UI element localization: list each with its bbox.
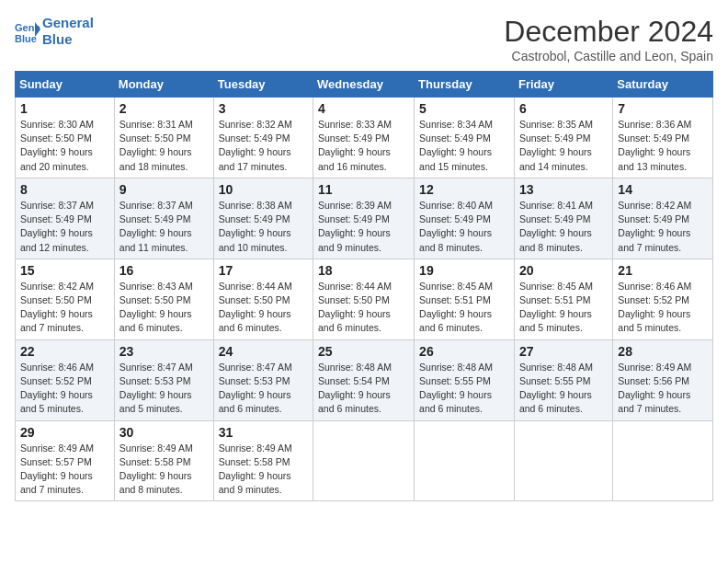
calendar-cell <box>313 420 415 501</box>
day-info: Sunrise: 8:46 AMSunset: 5:52 PMDaylight:… <box>618 280 708 336</box>
day-info: Sunrise: 8:47 AMSunset: 5:53 PMDaylight:… <box>119 361 209 417</box>
day-info: Sunrise: 8:36 AMSunset: 5:49 PMDaylight:… <box>618 118 708 174</box>
calendar-cell: 17 Sunrise: 8:44 AMSunset: 5:50 PMDaylig… <box>213 259 313 339</box>
calendar-cell: 13 Sunrise: 8:41 AMSunset: 5:49 PMDaylig… <box>514 178 612 259</box>
day-info: Sunrise: 8:37 AMSunset: 5:49 PMDaylight:… <box>119 199 209 255</box>
calendar-cell <box>514 420 612 501</box>
logo-icon: General Blue <box>15 18 40 44</box>
svg-text:Blue: Blue <box>15 33 37 44</box>
day-info: Sunrise: 8:40 AMSunset: 5:49 PMDaylight:… <box>419 199 509 255</box>
calendar-cell: 8 Sunrise: 8:37 AMSunset: 5:49 PMDayligh… <box>16 178 115 259</box>
title-area: December 2024 Castrobol, Castille and Le… <box>504 15 713 63</box>
day-number: 11 <box>318 182 409 197</box>
calendar-cell: 26 Sunrise: 8:48 AMSunset: 5:55 PMDaylig… <box>415 339 515 420</box>
day-number: 25 <box>318 344 409 359</box>
day-info: Sunrise: 8:35 AMSunset: 5:49 PMDaylight:… <box>519 118 608 174</box>
weekday-header-monday: Monday <box>114 72 213 98</box>
day-number: 19 <box>419 263 509 278</box>
day-info: Sunrise: 8:48 AMSunset: 5:55 PMDaylight:… <box>519 361 608 417</box>
calendar-cell: 5 Sunrise: 8:34 AMSunset: 5:49 PMDayligh… <box>415 98 515 178</box>
calendar-cell: 20 Sunrise: 8:45 AMSunset: 5:51 PMDaylig… <box>514 259 612 339</box>
calendar-cell: 4 Sunrise: 8:33 AMSunset: 5:49 PMDayligh… <box>313 98 415 178</box>
calendar-cell: 22 Sunrise: 8:46 AMSunset: 5:52 PMDaylig… <box>16 339 115 420</box>
day-info: Sunrise: 8:44 AMSunset: 5:50 PMDaylight:… <box>219 280 308 336</box>
day-number: 10 <box>219 182 308 197</box>
day-number: 7 <box>618 101 708 116</box>
day-info: Sunrise: 8:32 AMSunset: 5:49 PMDaylight:… <box>219 118 308 174</box>
day-info: Sunrise: 8:45 AMSunset: 5:51 PMDaylight:… <box>519 280 608 336</box>
day-number: 21 <box>618 263 708 278</box>
day-number: 6 <box>519 101 608 116</box>
calendar-cell: 6 Sunrise: 8:35 AMSunset: 5:49 PMDayligh… <box>514 98 612 178</box>
day-number: 13 <box>519 182 608 197</box>
day-info: Sunrise: 8:45 AMSunset: 5:51 PMDaylight:… <box>419 280 509 336</box>
calendar-cell: 14 Sunrise: 8:42 AMSunset: 5:49 PMDaylig… <box>613 178 713 259</box>
day-number: 5 <box>419 101 509 116</box>
month-title: December 2024 <box>504 15 713 49</box>
day-number: 2 <box>119 101 209 116</box>
calendar-cell: 12 Sunrise: 8:40 AMSunset: 5:49 PMDaylig… <box>415 178 515 259</box>
calendar-cell: 25 Sunrise: 8:48 AMSunset: 5:54 PMDaylig… <box>313 339 415 420</box>
day-info: Sunrise: 8:39 AMSunset: 5:49 PMDaylight:… <box>318 199 409 255</box>
location-subtitle: Castrobol, Castille and Leon, Spain <box>504 49 713 63</box>
day-info: Sunrise: 8:49 AMSunset: 5:58 PMDaylight:… <box>219 442 308 498</box>
calendar-cell: 1 Sunrise: 8:30 AMSunset: 5:50 PMDayligh… <box>16 98 115 178</box>
day-number: 31 <box>219 425 308 440</box>
weekday-header-sunday: Sunday <box>16 72 115 98</box>
logo: General Blue General Blue <box>15 15 94 48</box>
calendar-table: SundayMondayTuesdayWednesdayThursdayFrid… <box>15 71 713 501</box>
weekday-header-friday: Friday <box>514 72 612 98</box>
calendar-cell: 2 Sunrise: 8:31 AMSunset: 5:50 PMDayligh… <box>114 98 213 178</box>
calendar-cell: 18 Sunrise: 8:44 AMSunset: 5:50 PMDaylig… <box>313 259 415 339</box>
calendar-cell: 24 Sunrise: 8:47 AMSunset: 5:53 PMDaylig… <box>213 339 313 420</box>
day-info: Sunrise: 8:37 AMSunset: 5:49 PMDaylight:… <box>20 199 109 255</box>
calendar-cell: 10 Sunrise: 8:38 AMSunset: 5:49 PMDaylig… <box>213 178 313 259</box>
day-number: 30 <box>119 425 209 440</box>
day-info: Sunrise: 8:49 AMSunset: 5:56 PMDaylight:… <box>618 361 708 417</box>
day-number: 18 <box>318 263 409 278</box>
day-info: Sunrise: 8:30 AMSunset: 5:50 PMDaylight:… <box>20 118 109 174</box>
calendar-cell: 15 Sunrise: 8:42 AMSunset: 5:50 PMDaylig… <box>16 259 115 339</box>
calendar-cell: 23 Sunrise: 8:47 AMSunset: 5:53 PMDaylig… <box>114 339 213 420</box>
day-info: Sunrise: 8:43 AMSunset: 5:50 PMDaylight:… <box>119 280 209 336</box>
day-number: 1 <box>20 101 109 116</box>
day-number: 16 <box>119 263 209 278</box>
calendar-cell: 7 Sunrise: 8:36 AMSunset: 5:49 PMDayligh… <box>613 98 713 178</box>
day-info: Sunrise: 8:49 AMSunset: 5:57 PMDaylight:… <box>20 442 109 498</box>
calendar-cell: 11 Sunrise: 8:39 AMSunset: 5:49 PMDaylig… <box>313 178 415 259</box>
weekday-header-saturday: Saturday <box>613 72 713 98</box>
calendar-cell: 16 Sunrise: 8:43 AMSunset: 5:50 PMDaylig… <box>114 259 213 339</box>
calendar-cell: 27 Sunrise: 8:48 AMSunset: 5:55 PMDaylig… <box>514 339 612 420</box>
day-number: 28 <box>618 344 708 359</box>
day-info: Sunrise: 8:41 AMSunset: 5:49 PMDaylight:… <box>519 199 608 255</box>
day-number: 20 <box>519 263 608 278</box>
day-info: Sunrise: 8:31 AMSunset: 5:50 PMDaylight:… <box>119 118 209 174</box>
day-info: Sunrise: 8:48 AMSunset: 5:54 PMDaylight:… <box>318 361 409 417</box>
day-number: 26 <box>419 344 509 359</box>
day-info: Sunrise: 8:48 AMSunset: 5:55 PMDaylight:… <box>419 361 509 417</box>
day-number: 14 <box>618 182 708 197</box>
day-number: 12 <box>419 182 509 197</box>
calendar-cell: 21 Sunrise: 8:46 AMSunset: 5:52 PMDaylig… <box>613 259 713 339</box>
day-info: Sunrise: 8:46 AMSunset: 5:52 PMDaylight:… <box>20 361 109 417</box>
day-number: 8 <box>20 182 109 197</box>
day-number: 15 <box>20 263 109 278</box>
day-number: 17 <box>219 263 308 278</box>
day-info: Sunrise: 8:42 AMSunset: 5:50 PMDaylight:… <box>20 280 109 336</box>
day-info: Sunrise: 8:38 AMSunset: 5:49 PMDaylight:… <box>219 199 308 255</box>
day-number: 24 <box>219 344 308 359</box>
weekday-header-wednesday: Wednesday <box>313 72 415 98</box>
calendar-cell: 31 Sunrise: 8:49 AMSunset: 5:58 PMDaylig… <box>213 420 313 501</box>
day-number: 4 <box>318 101 409 116</box>
day-info: Sunrise: 8:49 AMSunset: 5:58 PMDaylight:… <box>119 442 209 498</box>
weekday-header-thursday: Thursday <box>415 72 515 98</box>
calendar-cell: 19 Sunrise: 8:45 AMSunset: 5:51 PMDaylig… <box>415 259 515 339</box>
calendar-cell <box>415 420 515 501</box>
day-info: Sunrise: 8:47 AMSunset: 5:53 PMDaylight:… <box>219 361 308 417</box>
day-number: 29 <box>20 425 109 440</box>
day-number: 9 <box>119 182 209 197</box>
calendar-cell: 28 Sunrise: 8:49 AMSunset: 5:56 PMDaylig… <box>613 339 713 420</box>
calendar-cell: 3 Sunrise: 8:32 AMSunset: 5:49 PMDayligh… <box>213 98 313 178</box>
day-number: 27 <box>519 344 608 359</box>
calendar-cell: 9 Sunrise: 8:37 AMSunset: 5:49 PMDayligh… <box>114 178 213 259</box>
